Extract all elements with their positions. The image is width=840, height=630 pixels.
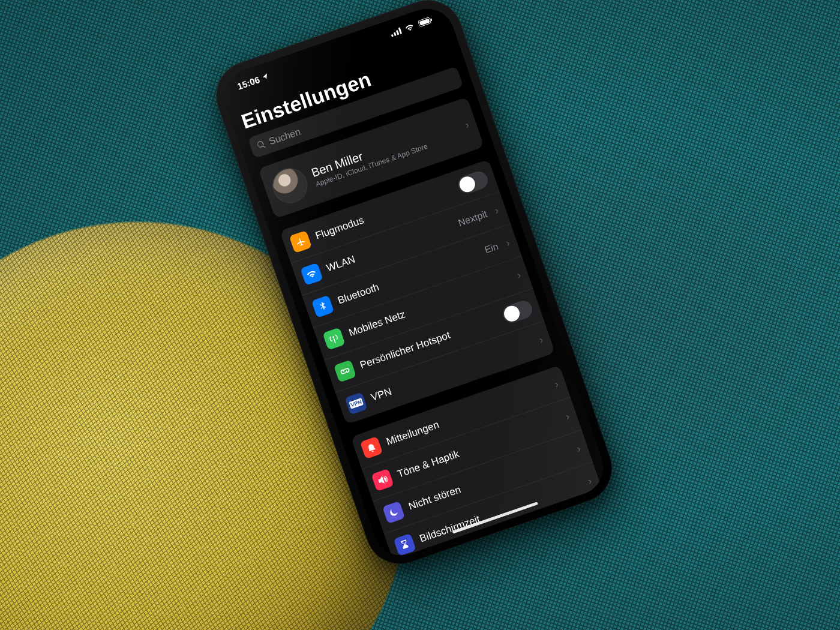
wifi-icon: [300, 263, 323, 286]
row-value: Nextpit: [457, 209, 489, 229]
bell-icon: [360, 436, 383, 459]
speaker-icon: [371, 469, 394, 491]
bluetooth-icon: [311, 295, 334, 318]
search-placeholder: Suchen: [268, 127, 302, 148]
toggle[interactable]: [500, 298, 535, 325]
svg-rect-1: [419, 19, 430, 26]
location-icon: [260, 72, 269, 81]
antenna-icon: [322, 328, 345, 350]
avatar: [268, 164, 313, 208]
status-time: 15:06: [236, 71, 270, 91]
link-icon: [334, 359, 356, 382]
hourglass-icon: [394, 533, 416, 556]
chevron-right-icon: ›: [564, 410, 572, 423]
chevron-right-icon: ›: [553, 377, 560, 391]
cellular-signal-icon: [389, 27, 402, 37]
chevron-right-icon: ›: [504, 236, 512, 250]
moon-icon: [382, 501, 405, 524]
chevron-right-icon: ›: [575, 442, 583, 455]
search-icon: [256, 139, 268, 151]
toggle[interactable]: [456, 169, 490, 196]
chevron-right-icon: ›: [463, 118, 471, 131]
chevron-right-icon: ›: [515, 269, 523, 282]
chevron-right-icon: ›: [493, 204, 500, 217]
airplane-icon: [289, 230, 312, 253]
wifi-icon: [403, 22, 416, 32]
chevron-right-icon: ›: [586, 475, 594, 488]
row-value: Ein: [483, 241, 500, 256]
vpn-icon: VPN: [345, 392, 368, 415]
battery-icon: [417, 16, 434, 28]
chevron-right-icon: ›: [538, 333, 545, 346]
